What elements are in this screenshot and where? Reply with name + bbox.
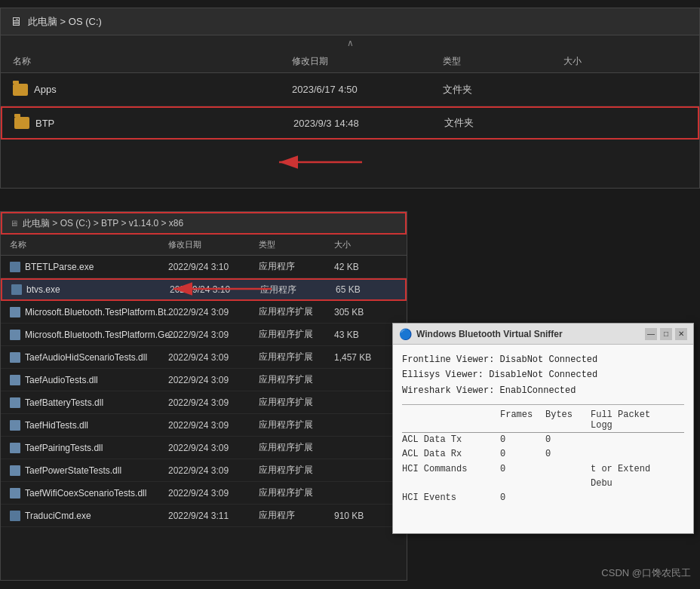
sniffer-icon: 🔵 bbox=[399, 328, 412, 340]
file-modified: 2022/9/24 3:09 bbox=[162, 330, 253, 340]
row-bytes bbox=[545, 462, 591, 491]
file-type: 应用程序 bbox=[254, 284, 330, 296]
bottom-path: 此电脑 > OS (C:) > BTP > v1.14.0 > x86 bbox=[23, 217, 183, 230]
file-name-cell: BTP bbox=[8, 117, 287, 129]
file-name-cell: TaefBatteryTests.dll bbox=[4, 397, 162, 408]
file-name: BTETLParse.exe bbox=[25, 262, 94, 272]
col2-size: 大小 bbox=[328, 239, 381, 250]
col-type: 类型 bbox=[437, 55, 557, 68]
table-row[interactable]: BTETLParse.exe 2022/9/24 3:10 应用程序 42 KB bbox=[1, 256, 407, 278]
sniffer-table-row: HCI Commands 0 t or Extend Debu bbox=[402, 462, 684, 491]
table-row[interactable]: Microsoft.Bluetooth.TestPlatform.Bt... 2… bbox=[1, 301, 407, 324]
sniffer-table-row: ACL Data Rx 0 0 bbox=[402, 447, 684, 462]
exe-icon bbox=[10, 511, 20, 521]
file-name-cell: BTETLParse.exe bbox=[4, 262, 162, 272]
col2-modified: 修改日期 bbox=[162, 239, 253, 250]
table-row[interactable]: TaefBatteryTests.dll 2022/9/24 3:09 应用程序… bbox=[1, 391, 407, 414]
table-row[interactable]: TraduciCmd.exe 2022/9/24 3:11 应用程序 910 K… bbox=[1, 505, 407, 527]
file-name-cell: TaefAudioHidScenarioTests.dll bbox=[4, 352, 162, 363]
bottom-address-bar[interactable]: 🖥 此电脑 > OS (C:) > BTP > v1.14.0 > x86 bbox=[1, 212, 407, 235]
file-name: TaefPairingTests.dll bbox=[25, 443, 103, 453]
table-row[interactable]: TaefAudioTests.dll 2022/9/24 3:09 应用程序扩展 bbox=[1, 369, 407, 391]
row-extra bbox=[591, 491, 666, 505]
file-size: 65 KB bbox=[330, 284, 382, 295]
sniffer-table-row: ACL Data Tx 0 0 bbox=[402, 433, 684, 447]
row-bytes: 0 bbox=[545, 433, 591, 447]
table-row[interactable]: Microsoft.Bluetooth.TestPlatform.Ge... 2… bbox=[1, 324, 407, 346]
file-modified: 2022/9/24 3:09 bbox=[162, 443, 253, 453]
dll-icon bbox=[10, 352, 20, 363]
row-frames: 0 bbox=[500, 462, 545, 491]
exe-icon bbox=[11, 284, 22, 295]
file-type: 应用程序扩展 bbox=[253, 486, 328, 499]
file-type: 文件夹 bbox=[438, 116, 559, 130]
file-name: TaefBatteryTests.dll bbox=[25, 397, 103, 408]
col-name: 名称 bbox=[7, 55, 286, 68]
table-row[interactable]: BTP 2023/9/3 14:48 文件夹 bbox=[1, 106, 699, 140]
row-label: ACL Data Rx bbox=[402, 447, 500, 462]
file-type: 文件夹 bbox=[437, 83, 557, 97]
table-row[interactable]: TaefHidTests.dll 2022/9/24 3:09 应用程序扩展 bbox=[1, 414, 407, 437]
table-row[interactable]: TaefAudioHidScenarioTests.dll 2022/9/24 … bbox=[1, 346, 407, 369]
table-row[interactable]: TaefPowerStateTests.dll 2022/9/24 3:09 应… bbox=[1, 459, 407, 482]
file-name-cell: Microsoft.Bluetooth.TestPlatform.Ge... bbox=[4, 330, 162, 340]
file-type: 应用程序扩展 bbox=[253, 373, 328, 386]
bottom-column-header: 名称 修改日期 类型 大小 bbox=[1, 235, 407, 256]
file-modified: 2022/9/24 3:09 bbox=[162, 420, 253, 431]
file-modified: 2022/9/24 3:09 bbox=[162, 397, 253, 408]
table-row[interactable]: Apps 2023/6/17 4:50 文件夹 bbox=[1, 73, 699, 106]
row-bytes: 0 bbox=[545, 447, 591, 462]
scroll-up[interactable]: ∧ bbox=[1, 35, 699, 51]
file-modified: 2022/9/24 3:09 bbox=[162, 307, 253, 318]
dll-icon bbox=[10, 330, 20, 340]
file-name-cell: Apps bbox=[7, 84, 286, 96]
col2-type: 类型 bbox=[253, 239, 328, 250]
csdn-watermark: CSDN @口馋农民工 bbox=[601, 566, 691, 580]
file-size: 305 KB bbox=[328, 307, 381, 318]
row-frames: 0 bbox=[500, 447, 545, 462]
table-row[interactable]: btvs.exe 2022/9/24 3:10 应用程序 65 KB bbox=[1, 278, 407, 301]
restore-button[interactable]: □ bbox=[660, 328, 672, 340]
file-name: Microsoft.Bluetooth.TestPlatform.Ge... bbox=[25, 330, 177, 340]
col-log: Full Packet Logg bbox=[591, 410, 666, 431]
col-bytes: Bytes bbox=[545, 410, 591, 431]
top-path: 此电脑 > OS (C:) bbox=[28, 15, 102, 29]
folder-icon bbox=[14, 117, 29, 129]
file-modified: 2022/9/24 3:10 bbox=[164, 284, 254, 295]
file-size: 42 KB bbox=[328, 262, 381, 272]
sniffer-controls: — □ ✕ bbox=[645, 328, 687, 340]
file-name: TaefHidTests.dll bbox=[25, 420, 88, 431]
file-modified: 2022/9/24 3:10 bbox=[162, 262, 253, 272]
file-name: TaefAudioTests.dll bbox=[25, 375, 98, 385]
file-name-cell: Microsoft.Bluetooth.TestPlatform.Bt... bbox=[4, 307, 162, 318]
file-type: 应用程序扩展 bbox=[253, 396, 328, 409]
file-name: TaefWifiCoexScenarioTests.dll bbox=[25, 488, 146, 499]
file-modified: 2022/9/24 3:11 bbox=[162, 511, 253, 521]
close-button[interactable]: ✕ bbox=[675, 328, 687, 340]
file-modified: 2022/9/24 3:09 bbox=[162, 488, 253, 499]
wireshark-status: Wireshark Viewer: EnablConnected bbox=[402, 383, 684, 398]
col-frames: Frames bbox=[500, 410, 545, 431]
computer-icon-small: 🖥 bbox=[10, 219, 18, 228]
table-row[interactable]: TaefPairingTests.dll 2022/9/24 3:09 应用程序… bbox=[1, 437, 407, 459]
file-name: BTP bbox=[35, 118, 54, 129]
table-row[interactable]: TaefWifiCoexScenarioTests.dll 2022/9/24 … bbox=[1, 482, 407, 505]
top-address-bar[interactable]: 🖥 此电脑 > OS (C:) bbox=[1, 8, 699, 35]
file-name: Microsoft.Bluetooth.TestPlatform.Bt... bbox=[25, 307, 173, 318]
row-label: ACL Data Tx bbox=[402, 433, 500, 447]
file-type: 应用程序扩展 bbox=[253, 351, 328, 364]
file-size: 43 KB bbox=[328, 330, 381, 340]
row-extra bbox=[591, 447, 666, 462]
file-name-cell: TaefAudioTests.dll bbox=[4, 375, 162, 385]
sniffer-title-text: Windows Bluetooth Virtual Sniffer bbox=[416, 329, 563, 339]
minimize-button[interactable]: — bbox=[645, 328, 657, 340]
file-type: 应用程序扩展 bbox=[253, 305, 328, 318]
sniffer-status: Frontline Viewer: DisabNot Connected Ell… bbox=[402, 352, 684, 398]
dll-icon bbox=[10, 488, 20, 499]
file-type: 应用程序扩展 bbox=[253, 419, 328, 431]
exe-icon bbox=[10, 262, 20, 272]
file-modified: 2023/6/17 4:50 bbox=[286, 84, 437, 95]
top-explorer-window: 🖥 此电脑 > OS (C:) ∧ 名称 修改日期 类型 大小 Apps 202… bbox=[0, 8, 700, 189]
file-name: TraduciCmd.exe bbox=[25, 511, 91, 521]
file-type: 应用程序扩展 bbox=[253, 328, 328, 341]
